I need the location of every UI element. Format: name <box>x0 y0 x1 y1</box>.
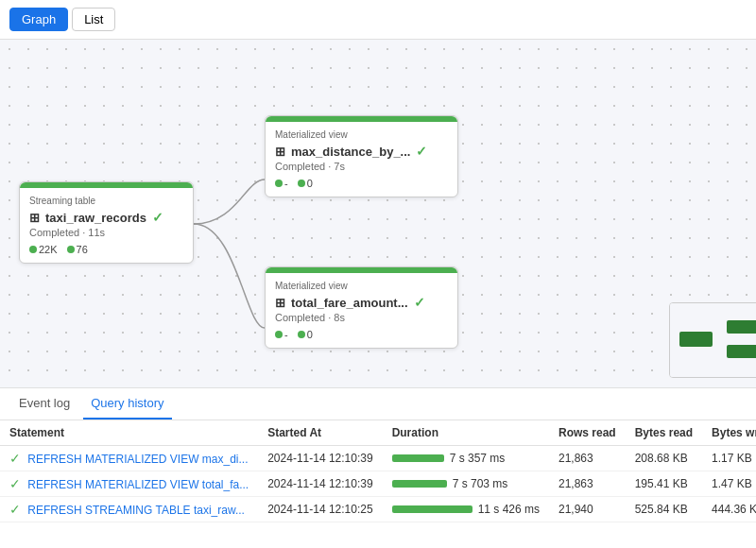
query-history-table-wrap: Statement Started At Duration Rows read … <box>0 420 756 548</box>
cell-started-at: 2024-11-14 12:10:25 <box>258 497 382 522</box>
cell-rows-read: 21,940 <box>549 497 626 522</box>
minimap-node-3 <box>727 345 756 358</box>
cell-duration: 7 s 703 ms <box>383 471 549 497</box>
duration-text: 7 s 703 ms <box>453 477 508 490</box>
cell-statement: ✓ REFRESH MATERIALIZED VIEW max_di... <box>0 446 258 471</box>
node-type-mat2: Materialized view <box>275 281 448 291</box>
tab-graph[interactable]: Graph <box>9 8 68 31</box>
node-status-mat2: Completed · 8s <box>275 312 448 323</box>
tab-event-log[interactable]: Event log <box>11 388 77 420</box>
dot-streaming-1 <box>29 246 37 253</box>
status-icon: ✓ <box>9 476 21 491</box>
node-title-streaming: ⊞ taxi_raw_records ✓ <box>29 210 183 225</box>
table-row[interactable]: ✓ REFRESH STREAMING TABLE taxi_raw... 20… <box>0 497 756 522</box>
status-icon: ✓ <box>9 502 21 517</box>
tab-list[interactable]: List <box>72 8 115 31</box>
node-status-mat1: Completed · 7s <box>275 161 448 172</box>
col-started-at: Started At <box>258 420 382 446</box>
cell-statement: ✓ REFRESH STREAMING TABLE taxi_raw... <box>0 497 258 522</box>
node-status-streaming: Completed · 11s <box>29 227 183 238</box>
cell-bytes-written: 1.47 KB <box>702 471 756 497</box>
cell-statement: ✓ REFRESH MATERIALIZED VIEW total_fa... <box>0 471 258 497</box>
node-title-mat2: ⊞ total_fare_amount... ✓ <box>275 295 448 310</box>
node-stats-streaming: 22K 76 <box>29 244 183 255</box>
cell-bytes-read: 525.84 KB <box>626 497 702 522</box>
node-mat-view-1[interactable]: Materialized view ⊞ max_distance_by_... … <box>265 115 458 197</box>
graph-canvas: Streaming table ⊞ taxi_raw_records ✓ Com… <box>0 40 756 387</box>
duration-text: 7 s 357 ms <box>450 452 506 465</box>
duration-bar <box>392 480 447 488</box>
node-streaming-table[interactable]: Streaming table ⊞ taxi_raw_records ✓ Com… <box>19 181 194 264</box>
cell-bytes-written: 444.36 KB <box>702 497 756 522</box>
col-bytes-read: Bytes read <box>626 420 702 446</box>
cell-bytes-read: 195.41 KB <box>626 471 702 497</box>
query-history-table: Statement Started At Duration Rows read … <box>0 420 756 522</box>
table-row[interactable]: ✓ REFRESH MATERIALIZED VIEW total_fa... … <box>0 471 756 497</box>
check-icon-mat2: ✓ <box>414 295 425 310</box>
duration-bar <box>392 505 472 513</box>
minimap-node-1 <box>679 332 713 347</box>
table-icon-mat2: ⊞ <box>275 296 285 310</box>
minimap-canvas <box>670 303 756 377</box>
cell-bytes-read: 208.68 KB <box>626 446 702 471</box>
statement-link[interactable]: REFRESH STREAMING TABLE taxi_raw... <box>27 504 245 517</box>
col-bytes-written: Bytes written <box>702 420 756 446</box>
minimap[interactable]: ⤢ + − <box>669 302 756 378</box>
node-stats-mat2: - 0 <box>275 329 448 340</box>
cell-duration: 7 s 357 ms <box>383 446 549 471</box>
check-icon-mat1: ✓ <box>416 144 427 159</box>
check-icon-streaming: ✓ <box>152 210 163 225</box>
dot-streaming-2 <box>67 246 75 253</box>
col-statement: Statement <box>0 420 258 446</box>
bottom-panel: Event log Query history Statement Starte… <box>0 387 756 548</box>
cell-rows-read: 21,863 <box>549 471 626 497</box>
cell-bytes-written: 1.17 KB <box>702 446 756 471</box>
duration-bar <box>392 454 444 462</box>
table-icon-streaming: ⊞ <box>29 211 40 225</box>
status-icon: ✓ <box>9 451 21 466</box>
cell-rows-read: 21,863 <box>549 446 626 471</box>
node-type-mat1: Materialized view <box>275 129 448 140</box>
minimap-node-2 <box>727 320 756 334</box>
node-type-streaming: Streaming table <box>29 196 183 206</box>
dot-mat2-1 <box>275 331 283 338</box>
col-duration: Duration <box>383 420 549 446</box>
cell-started-at: 2024-11-14 12:10:39 <box>258 471 382 497</box>
node-title-mat1: ⊞ max_distance_by_... ✓ <box>275 144 448 159</box>
statement-link[interactable]: REFRESH MATERIALIZED VIEW max_di... <box>27 453 248 466</box>
col-rows-read: Rows read <box>549 420 626 446</box>
dot-mat2-2 <box>298 331 305 338</box>
bottom-tabs: Event log Query history <box>0 388 756 420</box>
dot-mat1-2 <box>298 180 305 187</box>
table-row[interactable]: ✓ REFRESH MATERIALIZED VIEW max_di... 20… <box>0 446 756 471</box>
node-stats-mat1: - 0 <box>275 178 448 189</box>
cell-duration: 11 s 426 ms <box>383 497 549 522</box>
statement-link[interactable]: REFRESH MATERIALIZED VIEW total_fa... <box>27 478 249 491</box>
node-mat-view-2[interactable]: Materialized view ⊞ total_fare_amount...… <box>265 266 458 349</box>
tab-query-history[interactable]: Query history <box>83 388 171 420</box>
duration-text: 11 s 426 ms <box>478 503 540 516</box>
dot-mat1-1 <box>275 180 283 187</box>
table-icon-mat1: ⊞ <box>275 145 285 159</box>
cell-started-at: 2024-11-14 12:10:39 <box>258 446 382 471</box>
